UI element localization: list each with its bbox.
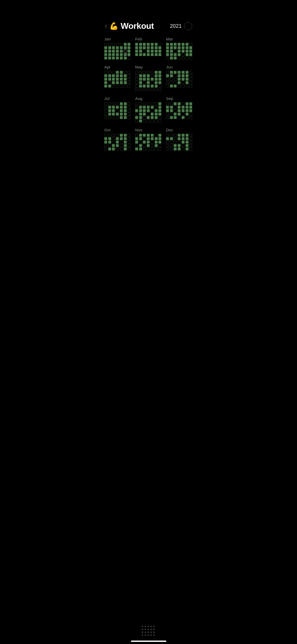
day-cell[interactable] [108, 74, 111, 77]
day-cell[interactable] [186, 81, 188, 84]
day-cell[interactable] [189, 144, 192, 147]
day-cell[interactable] [186, 106, 188, 109]
day-cell[interactable] [139, 137, 142, 140]
day-cell[interactable] [139, 81, 142, 84]
day-cell[interactable] [158, 81, 161, 84]
day-cell[interactable] [128, 106, 130, 109]
day-cell[interactable] [158, 119, 161, 122]
day-cell[interactable] [178, 74, 181, 77]
day-cell[interactable] [166, 46, 169, 49]
day-cell[interactable] [120, 50, 123, 53]
day-cell[interactable] [158, 109, 161, 112]
day-cell[interactable] [128, 116, 130, 119]
day-cell[interactable] [120, 113, 123, 116]
day-cell[interactable] [143, 106, 146, 109]
day-cell[interactable] [166, 137, 169, 140]
day-cell[interactable] [120, 53, 123, 56]
day-cell[interactable] [104, 53, 107, 56]
day-cell[interactable] [139, 109, 142, 112]
day-cell[interactable] [112, 81, 115, 84]
day-cell[interactable] [112, 134, 115, 137]
day-cell[interactable] [155, 141, 158, 144]
day-cell[interactable] [128, 109, 130, 112]
day-cell[interactable] [139, 102, 142, 105]
day-cell[interactable] [182, 50, 185, 53]
day-cell[interactable] [116, 102, 119, 105]
day-cell[interactable] [158, 141, 161, 144]
day-cell[interactable] [147, 81, 150, 84]
day-cell[interactable] [166, 53, 169, 56]
day-cell[interactable] [139, 134, 142, 137]
day-cell[interactable] [166, 85, 169, 88]
day-cell[interactable] [166, 141, 169, 144]
day-cell[interactable] [158, 88, 161, 91]
day-cell[interactable] [151, 141, 154, 144]
day-cell[interactable] [124, 85, 127, 88]
day-cell[interactable] [116, 53, 119, 56]
day-cell[interactable] [151, 78, 154, 81]
day-cell[interactable] [116, 43, 119, 46]
day-cell[interactable] [139, 148, 142, 150]
day-cell[interactable] [143, 43, 146, 46]
day-cell[interactable] [174, 134, 177, 137]
day-cell[interactable] [158, 71, 161, 74]
day-cell[interactable] [108, 71, 111, 74]
day-cell[interactable] [178, 137, 181, 140]
day-cell[interactable] [189, 134, 192, 137]
day-cell[interactable] [155, 106, 158, 109]
day-cell[interactable] [143, 53, 146, 56]
day-cell[interactable] [143, 50, 146, 53]
day-cell[interactable] [189, 85, 192, 88]
day-cell[interactable] [151, 46, 154, 49]
day-cell[interactable] [104, 74, 107, 77]
day-cell[interactable] [135, 102, 138, 105]
day-cell[interactable] [143, 81, 146, 84]
day-cell[interactable] [178, 50, 181, 53]
day-cell[interactable] [143, 71, 146, 74]
day-cell[interactable] [139, 43, 142, 46]
day-cell[interactable] [182, 113, 185, 116]
day-cell[interactable] [108, 137, 111, 140]
day-cell[interactable] [170, 74, 173, 77]
day-cell[interactable] [186, 85, 188, 88]
day-cell[interactable] [139, 116, 142, 119]
day-cell[interactable] [128, 144, 130, 147]
day-cell[interactable] [120, 81, 123, 84]
day-cell[interactable] [139, 74, 142, 77]
day-cell[interactable] [174, 57, 177, 59]
day-cell[interactable] [170, 78, 173, 81]
day-cell[interactable] [128, 57, 130, 59]
day-cell[interactable] [182, 109, 185, 112]
day-cell[interactable] [124, 102, 127, 105]
day-cell[interactable] [147, 78, 150, 81]
day-cell[interactable] [170, 57, 173, 59]
day-cell[interactable] [139, 141, 142, 144]
day-cell[interactable] [186, 71, 188, 74]
day-cell[interactable] [135, 144, 138, 147]
day-cell[interactable] [128, 102, 130, 105]
day-cell[interactable] [155, 137, 158, 140]
day-cell[interactable] [139, 144, 142, 147]
day-cell[interactable] [174, 43, 177, 46]
day-cell[interactable] [124, 43, 127, 46]
day-cell[interactable] [182, 144, 185, 147]
day-cell[interactable] [124, 74, 127, 77]
day-cell[interactable] [151, 144, 154, 147]
day-cell[interactable] [108, 106, 111, 109]
day-cell[interactable] [155, 148, 158, 150]
day-cell[interactable] [147, 116, 150, 119]
day-cell[interactable] [116, 81, 119, 84]
day-cell[interactable] [108, 81, 111, 84]
day-cell[interactable] [178, 46, 181, 49]
day-cell[interactable] [128, 148, 130, 150]
day-cell[interactable] [155, 102, 158, 105]
day-cell[interactable] [147, 109, 150, 112]
day-cell[interactable] [108, 43, 111, 46]
day-cell[interactable] [182, 81, 185, 84]
day-cell[interactable] [189, 116, 192, 119]
day-cell[interactable] [189, 141, 192, 144]
day-cell[interactable] [166, 81, 169, 84]
day-cell[interactable] [116, 141, 119, 144]
day-cell[interactable] [189, 109, 192, 112]
day-cell[interactable] [182, 71, 185, 74]
